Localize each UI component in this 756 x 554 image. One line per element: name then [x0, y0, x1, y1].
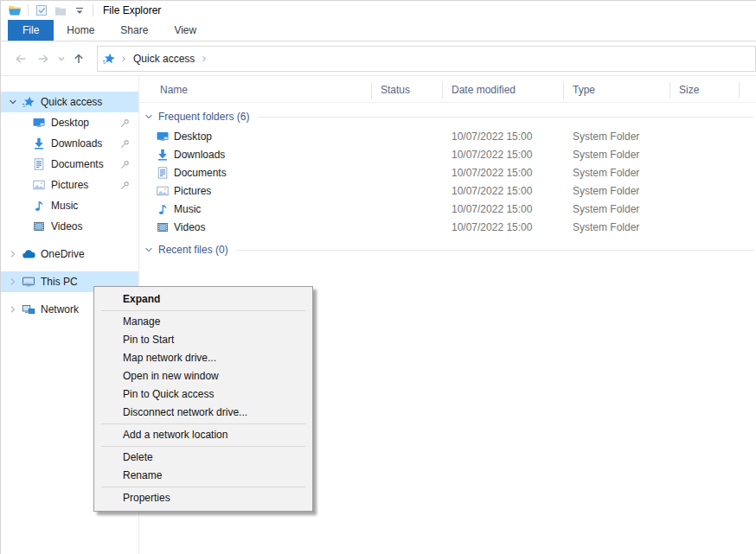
pictures-icon — [32, 178, 46, 192]
file-name: Documents — [174, 167, 227, 179]
sidebar-item-videos[interactable]: Videos — [1, 216, 138, 237]
tab-view[interactable]: View — [161, 20, 209, 41]
chevron-right-icon[interactable] — [8, 249, 18, 259]
chevron-down-icon[interactable] — [144, 111, 154, 122]
downloads-icon — [32, 137, 46, 150]
new-folder-icon[interactable] — [54, 3, 67, 17]
file-date-modified: 10/07/2022 15:00 — [443, 221, 564, 233]
sidebar-item-desktop[interactable]: Desktop — [1, 112, 138, 133]
menu-item-add-a-network-location[interactable]: Add a network location — [94, 426, 312, 444]
menu-item-delete[interactable]: Delete — [94, 449, 312, 467]
title-bar: File Explorer — [1, 1, 756, 20]
sidebar-item-label: Videos — [51, 220, 82, 232]
breadcrumb-segment[interactable]: Quick access — [133, 53, 195, 65]
menu-item-disconnect-network-drive[interactable]: Disconnect network drive... — [94, 404, 312, 422]
menu-item-rename[interactable]: Rename — [94, 467, 312, 485]
videos-icon — [156, 220, 170, 234]
this-pc-icon — [22, 275, 35, 289]
file-name: Desktop — [174, 131, 212, 143]
column-header-size[interactable]: Size — [670, 82, 740, 99]
file-explorer-window: File Explorer FileHomeShareView Quick ac… — [0, 0, 756, 554]
menu-separator — [101, 310, 305, 311]
music-icon — [156, 202, 170, 216]
sidebar-item-music[interactable]: Music — [1, 195, 138, 216]
music-icon — [32, 199, 46, 213]
desktop-icon — [32, 116, 46, 130]
file-date-modified: 10/07/2022 15:00 — [443, 131, 564, 143]
qat-dropdown-icon[interactable] — [73, 3, 86, 17]
file-row-pictures[interactable]: Pictures10/07/2022 15:00System Folder — [139, 181, 756, 200]
file-date-modified: 10/07/2022 15:00 — [443, 149, 564, 161]
back-button[interactable] — [10, 48, 32, 70]
tab-home[interactable]: Home — [54, 20, 107, 41]
file-row-downloads[interactable]: Downloads10/07/2022 15:00System Folder — [139, 145, 756, 163]
column-header-type[interactable]: Type — [564, 82, 670, 99]
column-header-date-modified[interactable]: Date modified — [443, 82, 564, 99]
forward-button[interactable] — [32, 48, 54, 70]
file-date-modified: 10/07/2022 15:00 — [443, 203, 564, 215]
file-type: System Folder — [564, 131, 670, 143]
network-icon — [22, 302, 35, 316]
menu-item-properties[interactable]: Properties — [94, 489, 312, 507]
sidebar-item-pictures[interactable]: Pictures — [1, 175, 138, 195]
pin-icon — [119, 138, 131, 150]
sidebar-item-label: Quick access — [41, 96, 102, 108]
group-header[interactable]: Frequent folders (6) — [144, 111, 756, 123]
file-type: System Folder — [564, 221, 670, 233]
group-header[interactable]: Recent files (0) — [144, 244, 756, 256]
sidebar-item-label: Music — [51, 200, 78, 212]
menu-separator — [101, 487, 305, 487]
sidebar-item-quick-access[interactable]: Quick access — [1, 92, 138, 112]
menu-item-pin-to-quick-access[interactable]: Pin to Quick access — [94, 385, 312, 404]
file-row-desktop[interactable]: Desktop10/07/2022 15:00System Folder — [139, 127, 756, 145]
properties-icon[interactable] — [35, 3, 48, 17]
file-row-documents[interactable]: Documents10/07/2022 15:00System Folder — [139, 163, 756, 181]
quick-access-star-icon — [102, 52, 116, 66]
menu-item-map-network-drive[interactable]: Map network drive... — [94, 349, 312, 367]
breadcrumb-chevron-icon[interactable] — [199, 54, 209, 64]
explorer-logo-icon[interactable] — [8, 3, 22, 17]
sidebar-item-onedrive[interactable]: OneDrive — [1, 244, 138, 264]
address-bar[interactable]: Quick access — [97, 46, 756, 72]
menu-item-manage[interactable]: Manage — [94, 313, 312, 331]
tab-file[interactable]: File — [8, 20, 54, 41]
context-menu: ExpandManagePin to StartMap network driv… — [93, 286, 313, 512]
sidebar-item-downloads[interactable]: Downloads — [1, 133, 138, 154]
recent-locations-button[interactable] — [54, 48, 67, 70]
chevron-down-icon[interactable] — [144, 245, 154, 255]
sidebar-item-documents[interactable]: Documents — [1, 154, 138, 175]
sidebar-item-label: Pictures — [51, 179, 88, 191]
sidebar-item-label: Documents — [51, 158, 104, 170]
tab-share[interactable]: Share — [107, 20, 161, 41]
menu-separator — [101, 446, 305, 447]
menu-item-open-in-new-window[interactable]: Open in new window — [94, 367, 312, 385]
documents-icon — [32, 157, 46, 171]
arrow-right-icon — [36, 52, 50, 66]
file-row-music[interactable]: Music10/07/2022 15:00System Folder — [139, 200, 756, 218]
arrow-left-icon — [14, 52, 28, 66]
chevron-down-icon[interactable] — [8, 97, 18, 107]
file-row-videos[interactable]: Videos10/07/2022 15:00System Folder — [139, 218, 756, 236]
group-label: Frequent folders (6) — [158, 111, 249, 123]
file-type: System Folder — [564, 167, 670, 179]
file-name: Music — [174, 203, 201, 215]
column-header-status[interactable]: Status — [372, 82, 443, 99]
group-divider-line — [257, 117, 754, 118]
file-name: Downloads — [174, 149, 225, 161]
titlebar-separator — [28, 4, 29, 16]
column-header-name[interactable]: Name — [139, 82, 372, 99]
file-date-modified: 10/07/2022 15:00 — [443, 185, 564, 197]
menu-item-pin-to-start[interactable]: Pin to Start — [94, 331, 312, 349]
menu-item-expand[interactable]: Expand — [94, 290, 312, 309]
chevron-right-icon[interactable] — [8, 277, 18, 287]
ribbon-tabs: FileHomeShareView — [1, 20, 756, 41]
up-button[interactable] — [67, 48, 90, 70]
documents-icon — [156, 166, 170, 180]
breadcrumb-chevron-icon[interactable] — [119, 54, 129, 64]
chevron-right-icon[interactable] — [8, 304, 18, 315]
address-bar-row: Quick access — [1, 41, 756, 76]
videos-icon — [32, 220, 46, 233]
column-headers: NameStatusDate modifiedTypeSize — [139, 78, 756, 103]
quick-access-star-icon — [22, 95, 35, 109]
file-name: Videos — [174, 221, 205, 233]
